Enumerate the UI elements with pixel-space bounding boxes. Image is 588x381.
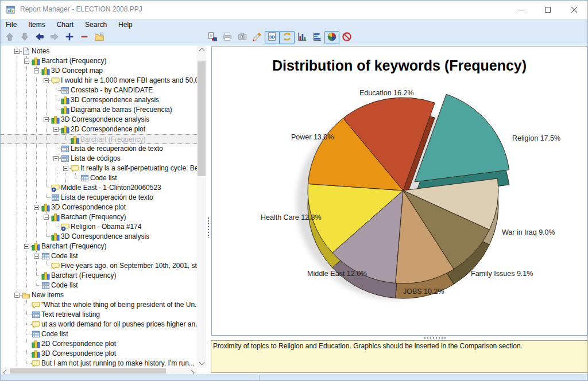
tree-item[interactable]: Code list <box>1 281 197 290</box>
svg-text:JOBS 10.2%: JOBS 10.2% <box>403 287 444 296</box>
tree-expander[interactable] <box>44 78 49 83</box>
tree-item-label: Barchart (Frequency) <box>80 135 145 145</box>
horizontal-splitter[interactable] <box>211 336 588 340</box>
tree-expander[interactable] <box>24 244 29 249</box>
toggle-3d-button[interactable]: 3D <box>265 31 280 44</box>
bubble-icon <box>71 164 79 173</box>
table-icon <box>51 193 60 202</box>
snapshot-button[interactable] <box>235 31 250 44</box>
tree-item-label: Crosstab - by CANDIDATE <box>71 85 153 95</box>
tree-item[interactable]: 3D Correspondence analysis <box>1 232 197 242</box>
tree-item[interactable]: 3D Correspondence plot <box>1 349 197 359</box>
tree-item-label: Code list <box>41 329 68 339</box>
tree-item[interactable]: 3D Correspondence analysis <box>1 95 197 105</box>
tree-item-label: It really is a self-perpetuating cycle. … <box>80 164 197 173</box>
tree-expander[interactable] <box>44 117 49 122</box>
tree-item[interactable]: Barchart (Frequency) <box>1 271 197 281</box>
table-icon <box>80 174 89 182</box>
export-report-button[interactable] <box>205 31 220 44</box>
scroll-up-button[interactable] <box>197 45 206 55</box>
tree-item[interactable]: Lista de recuperación de texto <box>1 193 197 203</box>
cancel-button[interactable] <box>339 31 354 44</box>
tree-item[interactable]: Code list <box>1 173 197 183</box>
tree-expander[interactable] <box>14 293 20 298</box>
pie-chart-button[interactable] <box>324 31 339 44</box>
menu-chart[interactable]: Chart <box>51 19 79 30</box>
svg-text:Middle East 12.0%: Middle East 12.0% <box>307 270 367 278</box>
scroll-down-button[interactable] <box>197 359 206 368</box>
horizontal-bar-chart-button[interactable] <box>310 31 324 44</box>
tree-item[interactable]: But I am not just running to make histor… <box>1 359 197 368</box>
tree-item-label: Barchart (Frequency) <box>61 212 126 222</box>
tree-vertical-scrollbar[interactable] <box>197 45 206 368</box>
tree-item[interactable]: Code list <box>1 251 197 261</box>
notes-panel[interactable]: Proximity of topics to Religion and Educ… <box>211 340 588 373</box>
tree-expander[interactable] <box>63 166 68 171</box>
move-up-icon <box>5 32 15 44</box>
tree-item[interactable]: Code list <box>1 329 197 339</box>
tree-item[interactable]: 3D Correspondence analysis <box>1 115 197 125</box>
tree-item[interactable]: Lista de recuperación de texto <box>1 144 197 154</box>
move-up-button[interactable] <box>2 31 17 44</box>
barchart-icon <box>32 57 40 65</box>
tree-item[interactable]: ut as world demand for oil pushes prices… <box>1 320 197 329</box>
tree-item[interactable]: Barchart (Frequency) <box>1 242 197 251</box>
tree-expander[interactable] <box>53 156 59 161</box>
tree-expander[interactable] <box>34 68 39 73</box>
barchart-icon <box>61 125 69 134</box>
tree-item[interactable]: Text retrieval listing <box>1 310 197 320</box>
tree-item[interactable]: I would hir e 1,000 more FBI agents and … <box>1 76 197 85</box>
tree-expander[interactable] <box>14 49 20 54</box>
tree-item[interactable]: Religion - Obama #174 <box>1 222 197 232</box>
note-icon <box>22 47 30 56</box>
menu-file[interactable]: File <box>1 19 22 30</box>
tree-item[interactable]: Middle East - 1-Clinton20060523 <box>1 183 197 193</box>
tree-item[interactable]: New items <box>1 290 197 300</box>
minimize-button[interactable] <box>508 1 535 19</box>
remove-item-button[interactable] <box>77 31 92 44</box>
tree-item-label: 2D Correspondence plot <box>71 125 145 134</box>
add-item-button[interactable] <box>62 31 77 44</box>
navigate-forward-button[interactable] <box>47 31 62 44</box>
tree-expander[interactable] <box>24 59 29 64</box>
tree-item[interactable]: 3D Concept map <box>1 66 197 76</box>
move-down-button[interactable] <box>17 31 32 44</box>
close-button[interactable] <box>561 1 587 19</box>
tree-item[interactable]: Crosstab - by CANDIDATE <box>1 85 197 95</box>
menu-help[interactable]: Help <box>113 19 138 30</box>
navigate-back-button[interactable] <box>32 31 47 44</box>
tree-item[interactable]: Five years ago, on September 10th, 2001,… <box>1 261 197 271</box>
tree-item[interactable]: Lista de códigos <box>1 154 197 164</box>
bar-chart-button[interactable] <box>295 31 310 44</box>
tree-item[interactable]: Barchart (Frequency) <box>1 56 197 66</box>
rotate-chart-button[interactable] <box>280 31 295 44</box>
menu-search[interactable]: Search <box>79 19 113 30</box>
tree-expander[interactable] <box>34 205 39 210</box>
menu-items[interactable]: Items <box>22 19 51 30</box>
edit-chart-button[interactable] <box>250 31 265 44</box>
tree-item-label: Barchart (Frequency) <box>41 242 106 251</box>
bubble-icon <box>32 320 40 329</box>
tree-item[interactable]: 3D Correspondence plot <box>1 203 197 212</box>
bubble-icon <box>32 301 40 309</box>
tree-item[interactable]: It really is a self-perpetuating cycle. … <box>1 164 197 173</box>
tree-expander[interactable] <box>44 215 49 220</box>
tree-item[interactable]: Barchart (Frequency) <box>1 212 197 222</box>
tree-expander[interactable] <box>34 254 39 259</box>
svg-text:Power 13.0%: Power 13.0% <box>291 133 334 141</box>
tree-item[interactable]: 2D Correspondence plot <box>1 339 197 349</box>
tree-item[interactable]: Barchart (Frequency) <box>1 134 197 144</box>
tree-item-label: 3D Correspondence analysis <box>61 115 149 125</box>
tree-item-label: Middle East - 1-Clinton20060523 <box>61 183 161 193</box>
tree-expander[interactable] <box>53 127 59 132</box>
print-button[interactable] <box>220 31 235 44</box>
tree-item[interactable]: Diagrama de barras (Frecuencia) <box>1 105 197 115</box>
vertical-scroll-thumb[interactable] <box>198 61 206 176</box>
vertical-splitter[interactable] <box>206 45 211 374</box>
window-title: Report Manager - ELECTION 2008.PPJ <box>20 5 142 13</box>
maximize-button[interactable] <box>535 1 561 19</box>
tree-item[interactable]: 2D Correspondence plot <box>1 125 197 134</box>
open-project-button[interactable] <box>92 31 107 44</box>
tree-item[interactable]: Notes <box>1 46 197 56</box>
tree-item[interactable]: "What the whole thing of being president… <box>1 300 197 310</box>
